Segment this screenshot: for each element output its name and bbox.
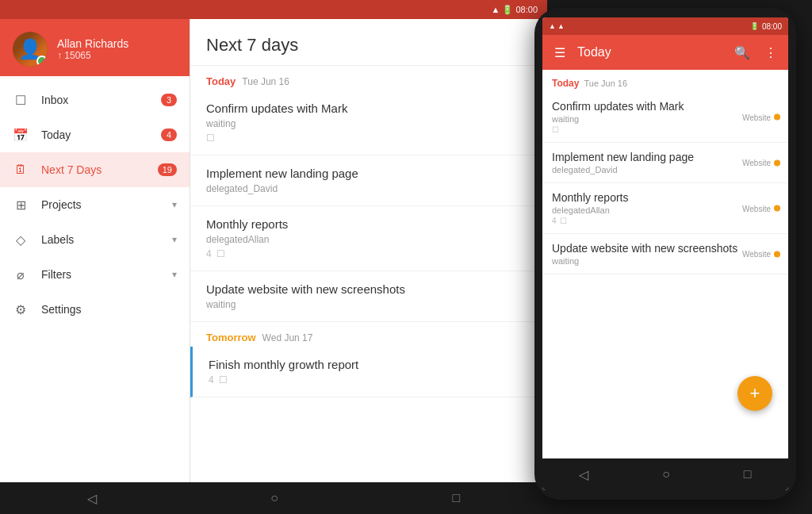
- sidebar-item-settings[interactable]: ⚙ Settings: [0, 292, 190, 327]
- phone-wrapper: ▲ ▲ 🔋 08:00 ☰ Today 🔍 ⋮ Today: [534, 8, 796, 500]
- phone-task-tag: Website: [742, 204, 780, 213]
- task-icons: 4 ☐: [206, 248, 531, 259]
- task-icon-calendar: ☐: [206, 132, 215, 144]
- tomorrow-date-full: Wed Jun 17: [262, 332, 313, 343]
- today-date-full: Tue Jun 16: [242, 76, 289, 87]
- task-count-icon: 4: [206, 248, 212, 259]
- phone-fab[interactable]: +: [737, 376, 772, 411]
- task-check-icon: ☐: [216, 248, 225, 259]
- projects-icon: ⊞: [13, 197, 29, 213]
- today-icon: 📅: [13, 127, 29, 143]
- tomorrow-date-label: Tomorrow: [206, 332, 256, 343]
- sidebar-item-filters[interactable]: ⌀ Filters ▾: [0, 257, 190, 292]
- phone-today-label: Today: [552, 78, 579, 89]
- phone-task-name: Confirm updates with Mark: [552, 100, 779, 113]
- phone-task-update-website[interactable]: Update website with new screenshots wait…: [542, 234, 788, 274]
- user-info: Allan Richards ↑ 15065: [57, 37, 177, 61]
- phone-status-bar: ▲ ▲ 🔋 08:00: [542, 17, 788, 35]
- task-name: Finish monthly growth report: [209, 358, 531, 371]
- sidebar-item-inbox[interactable]: ☐ Inbox 3: [0, 82, 190, 117]
- task-name: Implement new landing page: [206, 167, 531, 180]
- sidebar-item-next7days[interactable]: 🗓 Next 7 Days 19: [0, 152, 190, 187]
- task-meta: waiting: [206, 118, 531, 129]
- task-name: Monthly reports: [206, 217, 531, 231]
- task-meta: delegatedAllan: [206, 234, 531, 245]
- phone-toolbar: ☰ Today 🔍 ⋮: [542, 35, 788, 70]
- date-header-tomorrow: Tomorrow Wed Jun 17: [190, 322, 547, 347]
- sidebar-item-today[interactable]: 📅 Today 4: [0, 117, 190, 152]
- task-count-icon: 4: [209, 374, 214, 386]
- date-group-today: Today Tue Jun 16 Confirm updates with Ma…: [190, 66, 547, 322]
- task-meta: waiting: [206, 299, 531, 310]
- task-meta: delegated_David: [206, 183, 531, 194]
- avatar-badge: [36, 56, 48, 67]
- task-item-confirm-updates[interactable]: Confirm updates with Mark waiting ☐: [190, 90, 547, 155]
- phone-menu-icon[interactable]: ☰: [549, 41, 571, 63]
- task-item-growth-report[interactable]: Finish monthly growth report 4 ☐: [190, 347, 547, 397]
- tablet-back-icon[interactable]: ◁: [87, 491, 97, 506]
- tablet-status-bar: ▲ 🔋 08:00: [0, 0, 547, 19]
- content-header: Next 7 days: [190, 19, 547, 66]
- today-badge: 4: [161, 128, 177, 141]
- next7days-icon: 🗓: [13, 162, 29, 178]
- phone-task-name: Monthly reports: [552, 191, 779, 204]
- task-item-update-website[interactable]: Update website with new screenshots wait…: [190, 271, 547, 322]
- tablet-status-icons: ▲ 🔋 08:00: [492, 5, 538, 15]
- sidebar: Allan Richards ↑ 15065 ☐ Inbox 3 📅 Today…: [0, 19, 190, 482]
- phone-today-date: Tue Jun 16: [584, 79, 627, 88]
- tablet-home-icon[interactable]: ○: [270, 491, 278, 505]
- tablet-battery-icon: 🔋: [502, 5, 513, 15]
- tablet: ▲ 🔋 08:00 Allan Richards ↑ 15065: [0, 0, 547, 514]
- tag-label: Website: [742, 250, 771, 259]
- sidebar-label-inbox: Inbox: [41, 94, 148, 106]
- today-date-label: Today: [206, 75, 236, 87]
- phone-task-confirm-updates[interactable]: Confirm updates with Mark waiting ☐ Webs…: [542, 92, 788, 143]
- phone-task-icons: 4 ☐: [552, 217, 779, 225]
- phone-screen: ▲ ▲ 🔋 08:00 ☰ Today 🔍 ⋮ Today: [542, 17, 788, 490]
- date-header-today: Today Tue Jun 16: [190, 66, 547, 90]
- phone-back-icon[interactable]: ◁: [579, 467, 588, 482]
- sidebar-label-next7days: Next 7 Days: [41, 163, 145, 176]
- sidebar-item-labels[interactable]: ◇ Labels ▾: [0, 222, 190, 257]
- tag-dot: [774, 205, 780, 212]
- phone-recent-icon[interactable]: □: [744, 467, 752, 481]
- sidebar-label-today: Today: [41, 128, 148, 141]
- content-title: Next 7 days: [206, 35, 531, 56]
- sidebar-label-labels: Labels: [41, 233, 159, 246]
- filters-icon: ⌀: [13, 267, 29, 282]
- phone-outer: ▲ ▲ 🔋 08:00 ☰ Today 🔍 ⋮ Today: [534, 8, 796, 500]
- phone-task-icons: ☐: [552, 125, 779, 134]
- phone-battery-icon: 🔋: [750, 22, 759, 30]
- tag-dot: [774, 251, 780, 257]
- date-group-tomorrow: Tomorrow Wed Jun 17 Finish monthly growt…: [190, 322, 547, 397]
- tablet-recent-icon[interactable]: □: [453, 491, 461, 505]
- phone-search-icon[interactable]: 🔍: [731, 41, 753, 63]
- phone-task-tag: Website: [742, 250, 780, 259]
- sidebar-label-filters: Filters: [41, 268, 159, 281]
- tablet-body: Allan Richards ↑ 15065 ☐ Inbox 3 📅 Today…: [0, 19, 547, 482]
- phone-calendar-icon: ☐: [552, 125, 559, 134]
- tag-dot: [774, 114, 780, 121]
- task-name: Update website with new screenshots: [206, 282, 531, 296]
- phone-signal-area: ▲ ▲: [549, 22, 747, 30]
- task-item-landing-page[interactable]: Implement new landing page delegated_Dav…: [190, 155, 547, 206]
- labels-arrow: ▾: [172, 234, 177, 245]
- projects-arrow: ▾: [172, 199, 177, 210]
- task-item-monthly-reports[interactable]: Monthly reports delegatedAllan 4 ☐: [190, 206, 547, 271]
- phone-nav-bar: ◁ ○ □: [542, 458, 788, 490]
- user-name: Allan Richards: [57, 37, 177, 50]
- tag-label: Website: [742, 204, 771, 213]
- phone-more-icon[interactable]: ⋮: [760, 41, 782, 63]
- phone-check-icon: ☐: [560, 217, 567, 225]
- sidebar-header: Allan Richards ↑ 15065: [0, 19, 190, 76]
- phone-signal-icon: ▲: [549, 22, 556, 30]
- avatar: [13, 32, 48, 67]
- sidebar-item-projects[interactable]: ⊞ Projects ▾: [0, 187, 190, 222]
- phone-home-icon[interactable]: ○: [662, 467, 670, 481]
- phone-task-landing-page[interactable]: Implement new landing page delegated_Dav…: [542, 143, 788, 183]
- tablet-signal-icon: ▲: [492, 5, 500, 14]
- settings-icon: ⚙: [13, 301, 29, 317]
- phone-task-monthly-reports[interactable]: Monthly reports delegatedAllan 4 ☐ Websi…: [542, 183, 788, 234]
- task-icons: ☐: [206, 132, 531, 144]
- main-content: Next 7 days Today Tue Jun 16 Confirm upd…: [190, 19, 547, 482]
